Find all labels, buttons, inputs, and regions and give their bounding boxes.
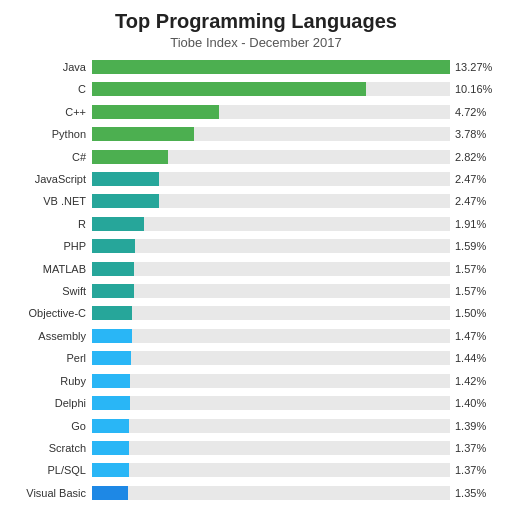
bar-row: C++4.72% [10,103,502,121]
bar-label: JavaScript [10,173,92,185]
bar-track [92,127,450,141]
chart-subtitle: Tiobe Index - December 2017 [10,35,502,50]
bar-value: 3.78% [450,128,502,140]
bar-row: Go1.39% [10,417,502,435]
bar-row: Java13.27% [10,58,502,76]
bar-track [92,239,450,253]
bar-label: Delphi [10,397,92,409]
bar-track [92,217,450,231]
chart-title: Top Programming Languages [10,10,502,33]
bar-label: C++ [10,106,92,118]
bar-value: 13.27% [450,61,502,73]
bar-label: PL/SQL [10,464,92,476]
bar-track [92,463,450,477]
bar-value: 1.47% [450,330,502,342]
bar-row: Ruby1.42% [10,372,502,390]
bar-label: Ruby [10,375,92,387]
bar-track [92,194,450,208]
bar-fill [92,486,128,500]
bar-row: Python3.78% [10,125,502,143]
bar-fill [92,150,168,164]
bar-label: Python [10,128,92,140]
bar-row: R1.91% [10,215,502,233]
bar-value: 10.16% [450,83,502,95]
bar-label: Visual Basic [10,487,92,499]
bar-fill [92,82,366,96]
bar-value: 1.37% [450,442,502,454]
bar-track [92,351,450,365]
bar-value: 1.91% [450,218,502,230]
bar-fill [92,262,134,276]
bar-value: 4.72% [450,106,502,118]
bar-track [92,284,450,298]
bar-fill [92,127,194,141]
bar-value: 1.57% [450,263,502,275]
bar-row: VB .NET2.47% [10,192,502,210]
bar-row: C10.16% [10,80,502,98]
chart-container: Top Programming Languages Tiobe Index - … [0,0,512,512]
bar-label: C# [10,151,92,163]
bar-track [92,262,450,276]
bar-row: Swift1.57% [10,282,502,300]
bar-track [92,396,450,410]
bar-fill [92,396,130,410]
bar-label: MATLAB [10,263,92,275]
bar-label: Perl [10,352,92,364]
bar-value: 2.47% [450,173,502,185]
bar-row: Scratch1.37% [10,439,502,457]
bar-fill [92,194,159,208]
bar-fill [92,329,132,343]
bar-fill [92,463,129,477]
bar-value: 1.40% [450,397,502,409]
bar-label: Swift [10,285,92,297]
bar-value: 1.37% [450,464,502,476]
bar-label: R [10,218,92,230]
bar-fill [92,306,132,320]
bar-row: Objective-C1.50% [10,304,502,322]
bar-fill [92,284,134,298]
bar-row: MATLAB1.57% [10,260,502,278]
bar-value: 1.42% [450,375,502,387]
bar-value: 2.82% [450,151,502,163]
bar-row: C#2.82% [10,148,502,166]
bar-row: Perl1.44% [10,349,502,367]
bar-label: Scratch [10,442,92,454]
bar-row: PL/SQL1.37% [10,461,502,479]
bar-track [92,419,450,433]
bar-fill [92,351,131,365]
bar-track [92,441,450,455]
bar-track [92,105,450,119]
bar-row: PHP1.59% [10,237,502,255]
bar-label: PHP [10,240,92,252]
chart-body: Java13.27%C10.16%C++4.72%Python3.78%C#2.… [10,58,502,502]
bar-label: Java [10,61,92,73]
bar-label: Objective-C [10,307,92,319]
bar-fill [92,419,129,433]
bar-value: 1.50% [450,307,502,319]
bar-label: Go [10,420,92,432]
bar-track [92,306,450,320]
bar-fill [92,172,159,186]
bar-row: Visual Basic1.35% [10,484,502,502]
bar-track [92,374,450,388]
bar-value: 2.47% [450,195,502,207]
bar-track [92,486,450,500]
bar-row: Delphi1.40% [10,394,502,412]
bar-fill [92,374,130,388]
bar-value: 1.39% [450,420,502,432]
bar-fill [92,217,144,231]
bar-row: Assembly1.47% [10,327,502,345]
bar-label: C [10,83,92,95]
bar-fill [92,239,135,253]
bar-label: VB .NET [10,195,92,207]
bar-fill [92,105,219,119]
bar-track [92,150,450,164]
bar-value: 1.59% [450,240,502,252]
bar-track [92,329,450,343]
bar-value: 1.44% [450,352,502,364]
bar-value: 1.35% [450,487,502,499]
bar-fill [92,441,129,455]
bar-label: Assembly [10,330,92,342]
bar-row: JavaScript2.47% [10,170,502,188]
bar-track [92,60,450,74]
